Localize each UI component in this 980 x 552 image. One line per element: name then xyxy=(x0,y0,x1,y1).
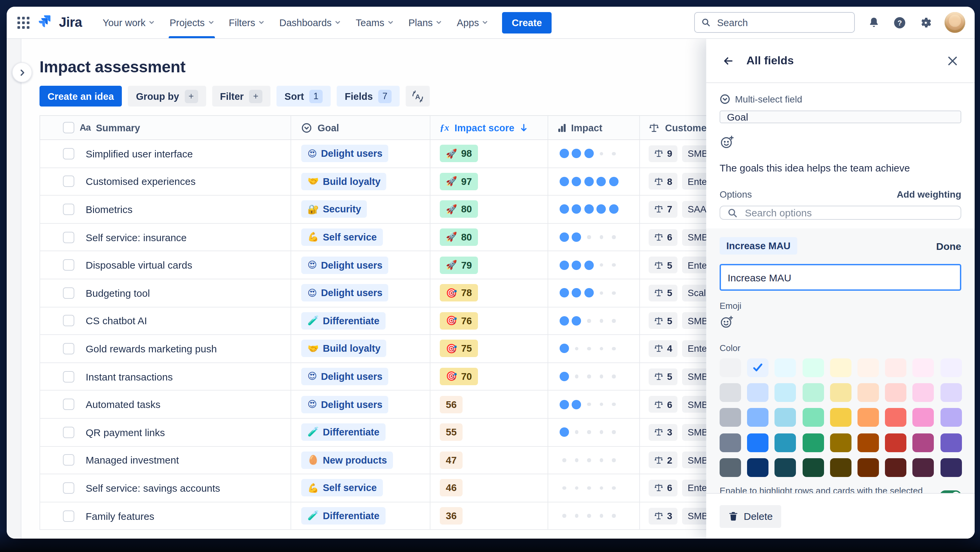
goal-cell[interactable]: 😍Delight users xyxy=(291,363,430,390)
goal-chip[interactable]: 🤝Build loyalty xyxy=(302,173,387,190)
row-checkbox[interactable] xyxy=(63,287,74,299)
search-options-input[interactable] xyxy=(743,206,953,219)
customer-weight-chip[interactable]: 6 xyxy=(649,396,678,413)
add-weighting-link[interactable]: Add weighting xyxy=(897,189,961,199)
row-checkbox[interactable] xyxy=(63,482,74,494)
goal-cell[interactable]: 🥚New products xyxy=(291,447,430,474)
impact-cell[interactable] xyxy=(548,307,640,334)
goal-chip[interactable]: 🔐Security xyxy=(302,201,367,218)
create-button[interactable]: Create xyxy=(503,12,551,33)
customer-weight-chip[interactable]: 2 xyxy=(649,452,678,469)
summary-cell[interactable]: Budgeting tool xyxy=(40,279,291,306)
expand-sidebar-button[interactable] xyxy=(12,62,32,82)
color-swatch[interactable] xyxy=(747,433,768,452)
row-checkbox[interactable] xyxy=(63,204,74,215)
row-checkbox[interactable] xyxy=(63,176,74,187)
column-header-summary[interactable]: Aa Summary xyxy=(40,116,291,139)
summary-cell[interactable]: Managed investment xyxy=(40,447,291,474)
sort-button[interactable]: Sort 1 xyxy=(277,86,331,107)
nav-item-projects[interactable]: Projects xyxy=(162,7,221,38)
impact-cell[interactable] xyxy=(548,279,640,306)
column-header-impact-score[interactable]: ƒx Impact score xyxy=(430,116,548,139)
color-swatch[interactable] xyxy=(858,433,879,452)
impact-score-cell[interactable]: 47 xyxy=(430,447,548,474)
impact-score-cell[interactable]: 46 xyxy=(430,474,548,501)
goal-cell[interactable]: 🧪Differentiate xyxy=(291,419,430,446)
goal-chip[interactable]: 🧪Differentiate xyxy=(302,423,386,441)
color-swatch[interactable] xyxy=(913,408,934,427)
summary-cell[interactable]: Self service: savings accounts xyxy=(40,474,291,501)
color-swatch[interactable] xyxy=(720,358,741,377)
row-checkbox[interactable] xyxy=(63,371,74,382)
nav-item-your-work[interactable]: Your work xyxy=(95,7,162,38)
color-swatch[interactable] xyxy=(858,358,879,377)
color-swatch[interactable] xyxy=(830,358,851,377)
table-row[interactable]: Self service: insurance💪Self service🚀806… xyxy=(40,224,816,252)
table-row[interactable]: Managed investment🥚New products472SMB xyxy=(40,447,816,474)
row-checkbox[interactable] xyxy=(63,315,74,327)
color-swatch[interactable] xyxy=(720,383,741,402)
goal-cell[interactable]: 🤝Build loyalty xyxy=(291,168,430,195)
highlight-toggle[interactable] xyxy=(940,490,961,493)
color-swatch[interactable] xyxy=(775,433,796,452)
nav-item-teams[interactable]: Teams xyxy=(348,7,401,38)
color-swatch[interactable] xyxy=(830,433,851,452)
auto-translate-button[interactable]: A xyxy=(406,86,430,107)
customer-weight-chip[interactable]: 8 xyxy=(649,173,678,190)
back-arrow-icon[interactable] xyxy=(720,52,737,69)
done-button[interactable]: Done xyxy=(936,240,961,252)
color-swatch[interactable] xyxy=(830,383,851,402)
impact-score-cell[interactable]: 🎯75 xyxy=(430,335,548,362)
color-swatch[interactable] xyxy=(940,408,962,427)
color-swatch[interactable] xyxy=(913,383,934,402)
summary-cell[interactable]: CS chatbot AI xyxy=(40,307,291,334)
impact-score-cell[interactable]: 🚀80 xyxy=(430,224,548,251)
table-row[interactable]: Gold rewards marketing push🤝Build loyalt… xyxy=(40,335,816,363)
color-swatch[interactable] xyxy=(775,408,796,427)
color-swatch[interactable] xyxy=(913,433,934,452)
color-swatch[interactable] xyxy=(940,383,962,402)
summary-cell[interactable]: Automated tasks xyxy=(40,391,291,418)
impact-score-cell[interactable]: 🎯78 xyxy=(430,279,548,306)
delete-button[interactable]: Delete xyxy=(720,505,781,528)
table-row[interactable]: QR payment links🧪Differentiate553SMB xyxy=(40,419,816,447)
impact-score-cell[interactable]: 🎯76 xyxy=(430,307,548,334)
impact-score-cell[interactable]: 🎯70 xyxy=(430,363,548,390)
color-swatch[interactable] xyxy=(885,383,906,402)
goal-cell[interactable]: 😍Delight users xyxy=(291,279,430,306)
color-swatch[interactable] xyxy=(858,458,879,477)
goal-cell[interactable]: 💪Self service xyxy=(291,474,430,501)
summary-cell[interactable]: Disposable virtual cards xyxy=(40,252,291,279)
table-row[interactable]: Budgeting tool😍Delight users🎯785Scale xyxy=(40,279,816,307)
table-row[interactable]: CS chatbot AI🧪Differentiate🎯765SMB xyxy=(40,307,816,335)
color-swatch[interactable] xyxy=(940,358,962,377)
goal-chip[interactable]: 😍Delight users xyxy=(302,256,388,274)
summary-cell[interactable]: QR payment links xyxy=(40,419,291,446)
impact-cell[interactable] xyxy=(548,447,640,474)
row-checkbox[interactable] xyxy=(63,399,74,410)
color-swatch[interactable] xyxy=(885,358,906,377)
close-icon[interactable] xyxy=(944,52,961,69)
table-row[interactable]: Simplified user interface😍Delight users🚀… xyxy=(40,140,816,168)
goal-cell[interactable]: 🧪Differentiate xyxy=(291,502,430,529)
filter-button[interactable]: Filter + xyxy=(212,86,270,107)
goal-cell[interactable]: 💪Self service xyxy=(291,224,430,251)
table-row[interactable]: Biometrics🔐Security🚀807SAAS xyxy=(40,196,816,223)
color-swatch[interactable] xyxy=(858,408,879,427)
option-name-input[interactable] xyxy=(720,264,961,291)
impact-cell[interactable] xyxy=(548,391,640,418)
table-row[interactable]: Self service: savings accounts💪Self serv… xyxy=(40,474,816,502)
color-swatch[interactable] xyxy=(775,458,796,477)
goal-chip[interactable]: 💪Self service xyxy=(302,479,383,497)
color-swatch[interactable] xyxy=(775,383,796,402)
color-swatch[interactable] xyxy=(940,433,962,452)
summary-cell[interactable]: Family features xyxy=(40,502,291,529)
impact-cell[interactable] xyxy=(548,252,640,279)
row-checkbox[interactable] xyxy=(63,259,74,271)
row-checkbox[interactable] xyxy=(63,455,74,466)
color-swatch[interactable] xyxy=(720,433,741,452)
impact-score-cell[interactable]: 🚀97 xyxy=(430,168,548,195)
summary-cell[interactable]: Self service: insurance xyxy=(40,224,291,251)
fields-button[interactable]: Fields 7 xyxy=(337,86,399,107)
impact-cell[interactable] xyxy=(548,419,640,446)
